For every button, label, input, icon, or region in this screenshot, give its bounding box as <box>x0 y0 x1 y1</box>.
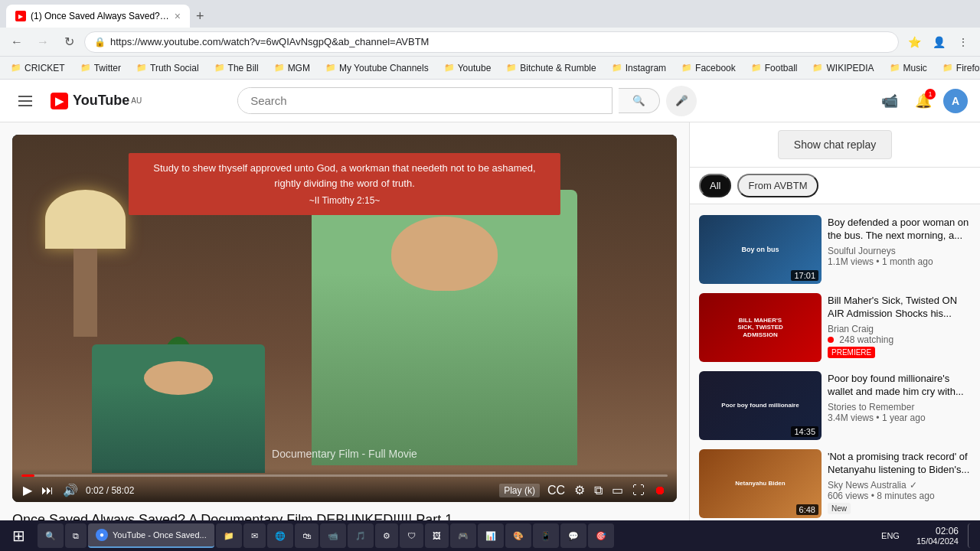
sidebar: Show chat replay All From AVBTM Boy on b… <box>689 122 980 551</box>
taskbar-search[interactable]: 🔍 <box>38 523 64 548</box>
rec-item[interactable]: Poor boy found millionaire 14:35 Poor bo… <box>696 367 974 445</box>
back-btn[interactable]: ← <box>6 31 28 53</box>
taskbar-zoom[interactable]: 📹 <box>320 523 346 548</box>
video-player[interactable]: Study to shew thyself approved unto God,… <box>12 135 677 502</box>
upload-btn[interactable]: 📹 <box>876 87 903 115</box>
settings-btn[interactable]: ⋮ <box>952 31 974 53</box>
rec-item[interactable]: Netanyahu Biden 6:48 'Not a promising tr… <box>696 445 974 523</box>
miniplayer-btn[interactable]: ⧉ <box>593 482 604 499</box>
taskbar-security[interactable]: 🛡 <box>400 523 423 548</box>
small-person <box>92 344 265 473</box>
taskbar-language[interactable]: ENG <box>874 523 907 548</box>
forward-btn[interactable]: → <box>32 31 54 53</box>
start-btn[interactable]: ⊞ <box>6 523 31 548</box>
bookmark-folder-icon: 📁 <box>506 63 517 73</box>
taskbar-edge[interactable]: 🌐 <box>267 523 293 548</box>
hamburger-menu-btn[interactable] <box>12 90 38 112</box>
taskbar-app4[interactable]: 📱 <box>533 523 559 548</box>
bookmark-twitter[interactable]: 📁 Twitter <box>76 60 126 76</box>
bookmark-instagram[interactable]: 📁 Instagram <box>607 60 671 76</box>
bookmark-youtube-label: Youtube <box>458 63 492 73</box>
video-label: Documentary Film - Full Movie <box>272 448 417 460</box>
subtitles-btn[interactable]: CC <box>546 482 567 499</box>
bookmark-mgm[interactable]: 📁 MGM <box>270 60 315 76</box>
bookmark-my-yt[interactable]: 📁 My Youtube Channels <box>321 60 433 76</box>
posted-time: 1 year ago <box>882 412 926 423</box>
bookmark-bitchute[interactable]: 📁 Bitchute & Rumble <box>501 60 600 76</box>
scripture-overlay: Study to shew thyself approved unto God,… <box>129 153 560 215</box>
show-desktop-btn[interactable] <box>968 523 974 548</box>
bookmark-twitter-label: Twitter <box>94 63 121 73</box>
tab-from-avbtm[interactable]: From AVBTM <box>737 174 818 197</box>
taskbar-spotify[interactable]: 🎵 <box>348 523 374 548</box>
reload-btn[interactable]: ↻ <box>58 31 80 53</box>
active-tab[interactable]: ▶ (1) Once Saved Always Saved? ... × <box>6 5 190 28</box>
bookmark-the-bill[interactable]: 📁 The Bill <box>210 60 263 76</box>
fullscreen-btn[interactable]: ⛶ <box>631 482 646 499</box>
taskbar-store[interactable]: 🛍 <box>295 523 318 548</box>
taskbar-task-view[interactable]: ⧉ <box>65 523 87 548</box>
new-badge: New <box>828 503 851 514</box>
mic-btn[interactable]: 🎤 <box>666 86 697 116</box>
show-chat-replay-btn[interactable]: Show chat replay <box>778 130 892 159</box>
rec-title: 'Not a promising track record' of Netany… <box>828 451 971 477</box>
lock-icon: 🔒 <box>94 37 106 47</box>
bookmark-truth-social[interactable]: 📁 Truth Social <box>132 60 204 76</box>
tab-all[interactable]: All <box>699 174 731 197</box>
rec-item[interactable]: BILL MAHER'SSICK, TWISTEDADMISSION Bill … <box>696 289 974 367</box>
bookmark-cricket[interactable]: 📁 CRICKET <box>6 60 70 76</box>
search-input[interactable] <box>238 88 612 113</box>
bookmark-youtube[interactable]: 📁 Youtube <box>439 60 496 76</box>
bookmark-facebook[interactable]: 📁 Facebook <box>677 60 740 76</box>
yt-logo[interactable]: ▶ YouTube AU <box>51 93 142 109</box>
scripture-text: Study to shew thyself approved unto God,… <box>153 162 535 189</box>
rec-meta: 1.1M views • 1 month ago <box>828 256 971 267</box>
menu-line-2 <box>18 100 32 102</box>
taskbar-settings[interactable]: ⚙ <box>375 523 398 548</box>
address-bar[interactable]: 🔒 https://www.youtube.com/watch?v=6wQIAv… <box>84 31 899 53</box>
rec-item[interactable]: Boy on bus 17:01 Boy defended a poor wom… <box>696 210 974 289</box>
new-tab-btn[interactable]: + <box>190 5 211 28</box>
profile-btn[interactable]: 👤 <box>928 31 949 53</box>
bookmark-folder-icon: 📁 <box>444 63 455 73</box>
tab-close-btn[interactable]: × <box>175 10 181 22</box>
live-dot <box>828 334 837 345</box>
video-duration: 6:48 <box>796 504 818 515</box>
settings-btn[interactable]: ⚙ <box>573 481 586 499</box>
taskbar-mail[interactable]: ✉ <box>243 523 266 548</box>
taskbar-photos[interactable]: 🖼 <box>425 523 449 548</box>
extensions-btn[interactable]: ⭐ <box>903 31 925 53</box>
taskbar-app3[interactable]: 🎨 <box>505 523 531 548</box>
taskbar-chrome[interactable]: ● YouTube - Once Saved... <box>88 523 214 548</box>
thumb-content: BILL MAHER'SSICK, TWISTEDADMISSION <box>699 293 822 362</box>
bookmark-my-yt-label: My Youtube Channels <box>339 63 429 73</box>
search-btn[interactable]: 🔍 <box>619 88 660 113</box>
progress-bar[interactable] <box>21 474 668 477</box>
bookmark-football[interactable]: 📁 Football <box>746 60 802 76</box>
theater-btn[interactable]: ▭ <box>610 481 625 499</box>
search-bar <box>237 87 612 114</box>
taskbar-app6[interactable]: 🎯 <box>588 523 614 548</box>
menu-line-3 <box>18 105 32 106</box>
record-btn[interactable]: ⏺ <box>652 482 668 499</box>
next-btn[interactable]: ⏭ <box>40 482 55 499</box>
taskbar-app5[interactable]: 💬 <box>560 523 586 548</box>
rec-channel: Soulful Journeys <box>828 246 971 256</box>
rec-meta: 3.4M views • 1 year ago <box>828 412 971 423</box>
notifications-btn[interactable]: 🔔 1 <box>910 87 937 115</box>
bookmark-wikipedia[interactable]: 📁 WIKIPEDIA <box>808 60 878 76</box>
bookmark-music[interactable]: 📁 Music <box>885 60 932 76</box>
bookmark-folder-icon: 📁 <box>812 63 823 73</box>
bookmark-firefox[interactable]: 📁 Firefox <box>938 60 980 76</box>
volume-btn[interactable]: 🔊 <box>61 481 80 499</box>
taskbar-xbox[interactable]: 🎮 <box>450 523 476 548</box>
bookmark-folder-icon: 📁 <box>80 63 91 73</box>
view-count: 3.4M views <box>828 412 874 423</box>
taskbar-app2[interactable]: 📊 <box>478 523 504 548</box>
user-avatar[interactable]: A <box>943 89 968 113</box>
play-pause-btn[interactable]: ▶ <box>21 481 34 499</box>
yt-main-content: Study to shew thyself approved unto God,… <box>0 122 980 551</box>
taskbar-explorer[interactable]: 📁 <box>216 523 242 548</box>
recommended-list: Boy on bus 17:01 Boy defended a poor wom… <box>690 204 980 551</box>
channel-name: Soulful Journeys <box>828 246 896 256</box>
